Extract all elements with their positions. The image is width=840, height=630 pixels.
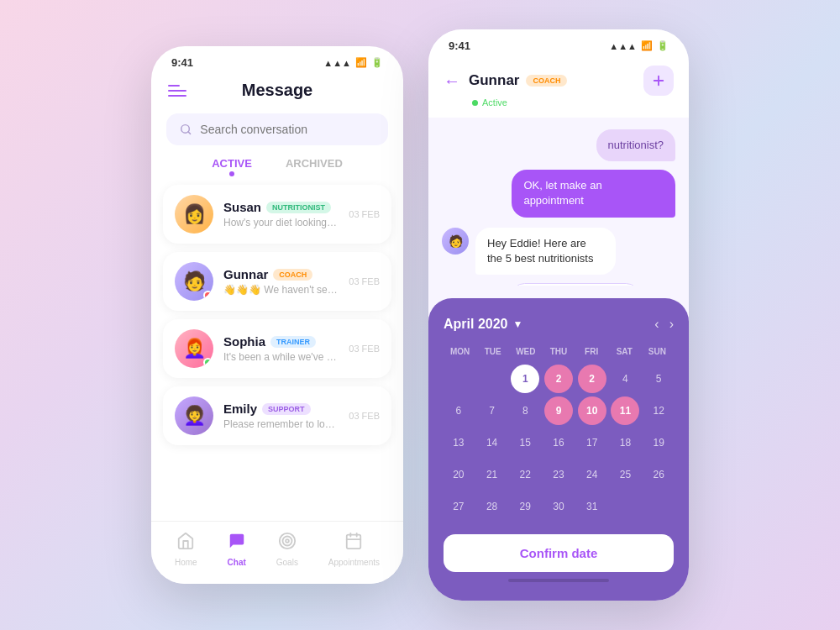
tab-archived[interactable]: ARCHIVED — [286, 157, 343, 175]
battery-icon: 🔋 — [371, 57, 383, 68]
time-right: 9:41 — [449, 39, 470, 52]
conversation-list: 👩 Susan NUTRITIONIST How's your diet loo… — [151, 185, 403, 445]
nav-appointments-label: Appointments — [328, 558, 380, 567]
cal-day-2[interactable]: 2 — [544, 365, 573, 393]
conv-info-sophia: Sophia TRAINER It's been a while we've s… — [223, 334, 339, 363]
conv-date-gunnar: 03 FEB — [349, 276, 380, 286]
search-bar[interactable] — [166, 113, 388, 145]
cal-day-14[interactable]: 14 — [478, 428, 507, 457]
cal-day-29[interactable]: 29 — [511, 492, 539, 521]
cal-day-16[interactable]: 16 — [544, 428, 573, 457]
cal-empty — [644, 492, 673, 521]
conv-preview-susan: How's your diet looking tod... — [223, 217, 339, 228]
cal-day-23[interactable]: 23 — [544, 460, 573, 489]
appointments-icon — [344, 532, 363, 554]
add-button[interactable] — [643, 66, 674, 96]
nav-home[interactable]: Home — [175, 532, 197, 567]
status-icons-left: ▲▲▲ 📶 🔋 — [323, 57, 383, 68]
see-all-button[interactable]: See all nutrIonists — [511, 283, 640, 286]
nav-chat[interactable]: Chat — [228, 532, 246, 567]
right-phone: 9:41 ▲▲▲ 📶 🔋 ← Gunnar COACH Active — [428, 29, 689, 601]
nav-appointments[interactable]: Appointments — [328, 532, 380, 567]
cal-day-9[interactable]: 9 — [544, 396, 573, 425]
chat-messages: nutritionist? OK, let make an appointmen… — [428, 118, 689, 286]
nav-home-label: Home — [175, 558, 197, 567]
svg-point-4 — [286, 539, 289, 543]
avatar-sophia: 👩‍🦰 — [175, 329, 213, 368]
cal-day-12[interactable]: 12 — [644, 396, 673, 425]
cal-day-22[interactable]: 22 — [511, 460, 539, 489]
battery-icon-right: 🔋 — [657, 40, 669, 51]
conv-item-susan[interactable]: 👩 Susan NUTRITIONIST How's your diet loo… — [163, 185, 391, 244]
cal-day-2[interactable]: 2 — [578, 365, 606, 393]
nav-goals[interactable]: Goals — [276, 532, 298, 567]
chat-username: Gunnar — [469, 72, 519, 89]
svg-point-3 — [282, 537, 291, 546]
day-fri: FRI — [575, 347, 608, 356]
search-input[interactable] — [200, 123, 375, 136]
cal-day-27[interactable]: 27 — [444, 492, 473, 521]
conv-item-emily[interactable]: 👩‍🦱 Emily SUPPORT Please remember to log… — [163, 386, 391, 445]
cal-day-1[interactable]: 1 — [511, 365, 539, 393]
cal-day-15[interactable]: 15 — [511, 428, 539, 457]
cal-day-19[interactable]: 19 — [644, 428, 673, 457]
cal-day-8[interactable]: 8 — [511, 396, 539, 425]
cal-day-10[interactable]: 10 — [578, 396, 606, 425]
conv-name-gunnar: Gunnar — [223, 267, 268, 281]
svg-line-1 — [188, 132, 191, 134]
conv-item-gunnar[interactable]: 🧑 Gunnar COACH 👋👋👋 We haven't seen y... … — [163, 252, 391, 311]
cal-day-25[interactable]: 25 — [611, 460, 639, 489]
cal-day-28[interactable]: 28 — [478, 492, 507, 521]
calendar-days-header: MON TUE WED THU FRI SAT SUN — [444, 347, 674, 356]
status-icons-right: ▲▲▲ 📶 🔋 — [609, 40, 669, 51]
tab-active[interactable]: ACTIVE — [212, 157, 252, 175]
chat-user-info: Gunnar COACH — [469, 72, 643, 89]
day-sat: SAT — [608, 347, 641, 356]
search-icon — [180, 123, 192, 136]
cal-day-13[interactable]: 13 — [444, 428, 473, 457]
cal-day-30[interactable]: 30 — [544, 492, 573, 521]
header-left: Message — [151, 74, 403, 108]
unread-indicator-gunnar — [203, 291, 213, 300]
cal-day-17[interactable]: 17 — [578, 428, 606, 457]
confirm-date-button[interactable]: Confirm date — [444, 534, 674, 572]
badge-sophia: TRAINER — [270, 336, 316, 348]
day-sun: SUN — [641, 347, 674, 356]
conv-name-susan: Susan — [223, 200, 261, 214]
active-status: Active — [472, 97, 674, 108]
menu-button[interactable] — [168, 85, 186, 97]
cal-day-31[interactable]: 31 — [578, 492, 606, 521]
cal-day-20[interactable]: 20 — [444, 460, 473, 489]
back-button[interactable]: ← — [444, 71, 460, 91]
cal-day-18[interactable]: 18 — [611, 428, 639, 457]
home-indicator — [508, 579, 609, 582]
nav-chat-label: Chat — [228, 558, 246, 567]
coach-badge: COACH — [526, 75, 567, 87]
time-left: 9:41 — [171, 56, 193, 69]
cal-day-26[interactable]: 26 — [644, 460, 673, 489]
cal-day-21[interactable]: 21 — [478, 460, 507, 489]
goals-icon — [278, 532, 297, 554]
page-title: Message — [242, 81, 313, 100]
cal-day-4[interactable]: 4 — [611, 365, 639, 393]
badge-susan: NUTRITIONIST — [266, 202, 331, 213]
conv-date-sophia: 03 FEB — [349, 344, 380, 354]
avatar-emily: 👩‍🦱 — [175, 396, 213, 435]
next-month-button[interactable]: › — [669, 317, 674, 332]
conv-item-sophia[interactable]: 👩‍🦰 Sophia TRAINER It's been a while we'… — [163, 319, 391, 378]
cal-day-11[interactable]: 11 — [611, 396, 639, 425]
conv-name-emily: Emily — [223, 402, 257, 416]
msg-row-3: 🧑 Hey Eddie! Here are the 5 best nutriti… — [442, 228, 675, 286]
calendar-header: April 2020 ▼ ‹ › — [444, 317, 674, 332]
conv-preview-emily: Please remember to log y... — [223, 418, 339, 430]
cal-day-7[interactable]: 7 — [478, 396, 507, 425]
active-dot — [472, 100, 478, 106]
cal-day-6[interactable]: 6 — [444, 396, 473, 425]
avatar-susan: 👩 — [175, 195, 213, 234]
status-bar-right: 9:41 ▲▲▲ 📶 🔋 — [428, 29, 689, 57]
coach-avatar: 🧑 — [442, 228, 469, 255]
status-bar-left: 9:41 ▲▲▲ 📶 🔋 — [151, 46, 403, 74]
cal-day-24[interactable]: 24 — [578, 460, 606, 489]
cal-day-5[interactable]: 5 — [644, 365, 673, 393]
prev-month-button[interactable]: ‹ — [654, 317, 659, 332]
